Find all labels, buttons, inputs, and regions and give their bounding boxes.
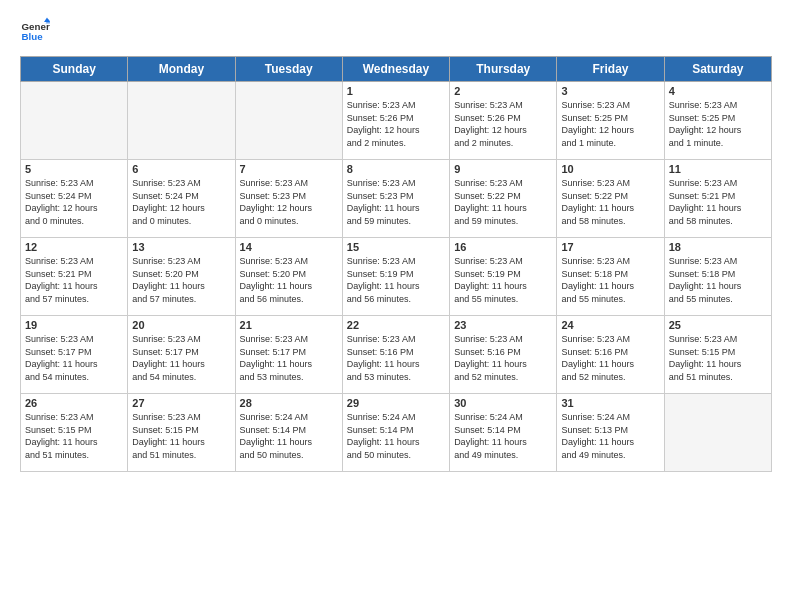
day-info: Sunrise: 5:23 AM Sunset: 5:20 PM Dayligh… bbox=[240, 255, 338, 305]
day-info: Sunrise: 5:23 AM Sunset: 5:22 PM Dayligh… bbox=[561, 177, 659, 227]
day-number: 7 bbox=[240, 163, 338, 175]
weekday-saturday: Saturday bbox=[664, 57, 771, 82]
day-number: 21 bbox=[240, 319, 338, 331]
weekday-wednesday: Wednesday bbox=[342, 57, 449, 82]
calendar-cell: 19Sunrise: 5:23 AM Sunset: 5:17 PM Dayli… bbox=[21, 316, 128, 394]
day-number: 20 bbox=[132, 319, 230, 331]
calendar-cell: 6Sunrise: 5:23 AM Sunset: 5:24 PM Daylig… bbox=[128, 160, 235, 238]
calendar-cell: 24Sunrise: 5:23 AM Sunset: 5:16 PM Dayli… bbox=[557, 316, 664, 394]
day-number: 5 bbox=[25, 163, 123, 175]
calendar-cell: 28Sunrise: 5:24 AM Sunset: 5:14 PM Dayli… bbox=[235, 394, 342, 472]
day-info: Sunrise: 5:23 AM Sunset: 5:19 PM Dayligh… bbox=[347, 255, 445, 305]
calendar-cell: 16Sunrise: 5:23 AM Sunset: 5:19 PM Dayli… bbox=[450, 238, 557, 316]
day-info: Sunrise: 5:23 AM Sunset: 5:26 PM Dayligh… bbox=[454, 99, 552, 149]
calendar-cell: 12Sunrise: 5:23 AM Sunset: 5:21 PM Dayli… bbox=[21, 238, 128, 316]
day-info: Sunrise: 5:24 AM Sunset: 5:14 PM Dayligh… bbox=[347, 411, 445, 461]
page: General Blue SundayMondayTuesdayWednesda… bbox=[0, 0, 792, 612]
day-number: 17 bbox=[561, 241, 659, 253]
day-info: Sunrise: 5:23 AM Sunset: 5:18 PM Dayligh… bbox=[669, 255, 767, 305]
day-number: 4 bbox=[669, 85, 767, 97]
day-info: Sunrise: 5:23 AM Sunset: 5:16 PM Dayligh… bbox=[561, 333, 659, 383]
calendar-cell: 31Sunrise: 5:24 AM Sunset: 5:13 PM Dayli… bbox=[557, 394, 664, 472]
calendar-cell: 7Sunrise: 5:23 AM Sunset: 5:23 PM Daylig… bbox=[235, 160, 342, 238]
day-info: Sunrise: 5:23 AM Sunset: 5:16 PM Dayligh… bbox=[347, 333, 445, 383]
day-info: Sunrise: 5:23 AM Sunset: 5:15 PM Dayligh… bbox=[669, 333, 767, 383]
day-info: Sunrise: 5:23 AM Sunset: 5:22 PM Dayligh… bbox=[454, 177, 552, 227]
week-row-3: 19Sunrise: 5:23 AM Sunset: 5:17 PM Dayli… bbox=[21, 316, 772, 394]
day-number: 14 bbox=[240, 241, 338, 253]
day-info: Sunrise: 5:24 AM Sunset: 5:14 PM Dayligh… bbox=[240, 411, 338, 461]
calendar-cell: 29Sunrise: 5:24 AM Sunset: 5:14 PM Dayli… bbox=[342, 394, 449, 472]
day-number: 18 bbox=[669, 241, 767, 253]
calendar-cell: 23Sunrise: 5:23 AM Sunset: 5:16 PM Dayli… bbox=[450, 316, 557, 394]
day-info: Sunrise: 5:23 AM Sunset: 5:24 PM Dayligh… bbox=[132, 177, 230, 227]
header: General Blue bbox=[20, 16, 772, 46]
weekday-monday: Monday bbox=[128, 57, 235, 82]
day-number: 29 bbox=[347, 397, 445, 409]
calendar-cell: 18Sunrise: 5:23 AM Sunset: 5:18 PM Dayli… bbox=[664, 238, 771, 316]
day-info: Sunrise: 5:23 AM Sunset: 5:23 PM Dayligh… bbox=[347, 177, 445, 227]
logo-icon: General Blue bbox=[20, 16, 50, 46]
day-number: 10 bbox=[561, 163, 659, 175]
week-row-4: 26Sunrise: 5:23 AM Sunset: 5:15 PM Dayli… bbox=[21, 394, 772, 472]
calendar-cell: 14Sunrise: 5:23 AM Sunset: 5:20 PM Dayli… bbox=[235, 238, 342, 316]
day-info: Sunrise: 5:23 AM Sunset: 5:26 PM Dayligh… bbox=[347, 99, 445, 149]
day-number: 16 bbox=[454, 241, 552, 253]
calendar-cell: 2Sunrise: 5:23 AM Sunset: 5:26 PM Daylig… bbox=[450, 82, 557, 160]
calendar-cell: 13Sunrise: 5:23 AM Sunset: 5:20 PM Dayli… bbox=[128, 238, 235, 316]
calendar-cell: 8Sunrise: 5:23 AM Sunset: 5:23 PM Daylig… bbox=[342, 160, 449, 238]
day-number: 28 bbox=[240, 397, 338, 409]
day-number: 6 bbox=[132, 163, 230, 175]
day-number: 9 bbox=[454, 163, 552, 175]
day-number: 1 bbox=[347, 85, 445, 97]
calendar-cell: 17Sunrise: 5:23 AM Sunset: 5:18 PM Dayli… bbox=[557, 238, 664, 316]
calendar-cell: 22Sunrise: 5:23 AM Sunset: 5:16 PM Dayli… bbox=[342, 316, 449, 394]
calendar-cell bbox=[128, 82, 235, 160]
day-info: Sunrise: 5:23 AM Sunset: 5:16 PM Dayligh… bbox=[454, 333, 552, 383]
calendar-cell: 10Sunrise: 5:23 AM Sunset: 5:22 PM Dayli… bbox=[557, 160, 664, 238]
day-info: Sunrise: 5:24 AM Sunset: 5:13 PM Dayligh… bbox=[561, 411, 659, 461]
calendar-cell: 1Sunrise: 5:23 AM Sunset: 5:26 PM Daylig… bbox=[342, 82, 449, 160]
day-info: Sunrise: 5:24 AM Sunset: 5:14 PM Dayligh… bbox=[454, 411, 552, 461]
day-number: 23 bbox=[454, 319, 552, 331]
day-info: Sunrise: 5:23 AM Sunset: 5:17 PM Dayligh… bbox=[132, 333, 230, 383]
calendar-cell: 3Sunrise: 5:23 AM Sunset: 5:25 PM Daylig… bbox=[557, 82, 664, 160]
day-number: 3 bbox=[561, 85, 659, 97]
weekday-header-row: SundayMondayTuesdayWednesdayThursdayFrid… bbox=[21, 57, 772, 82]
calendar: SundayMondayTuesdayWednesdayThursdayFrid… bbox=[20, 56, 772, 472]
calendar-cell: 9Sunrise: 5:23 AM Sunset: 5:22 PM Daylig… bbox=[450, 160, 557, 238]
weekday-thursday: Thursday bbox=[450, 57, 557, 82]
calendar-cell: 27Sunrise: 5:23 AM Sunset: 5:15 PM Dayli… bbox=[128, 394, 235, 472]
calendar-cell: 21Sunrise: 5:23 AM Sunset: 5:17 PM Dayli… bbox=[235, 316, 342, 394]
week-row-1: 5Sunrise: 5:23 AM Sunset: 5:24 PM Daylig… bbox=[21, 160, 772, 238]
day-number: 19 bbox=[25, 319, 123, 331]
calendar-cell: 11Sunrise: 5:23 AM Sunset: 5:21 PM Dayli… bbox=[664, 160, 771, 238]
day-number: 24 bbox=[561, 319, 659, 331]
day-info: Sunrise: 5:23 AM Sunset: 5:24 PM Dayligh… bbox=[25, 177, 123, 227]
day-number: 12 bbox=[25, 241, 123, 253]
svg-text:General: General bbox=[22, 21, 51, 32]
day-number: 30 bbox=[454, 397, 552, 409]
day-info: Sunrise: 5:23 AM Sunset: 5:17 PM Dayligh… bbox=[25, 333, 123, 383]
day-number: 22 bbox=[347, 319, 445, 331]
day-number: 25 bbox=[669, 319, 767, 331]
day-info: Sunrise: 5:23 AM Sunset: 5:23 PM Dayligh… bbox=[240, 177, 338, 227]
day-number: 13 bbox=[132, 241, 230, 253]
day-info: Sunrise: 5:23 AM Sunset: 5:25 PM Dayligh… bbox=[561, 99, 659, 149]
day-number: 27 bbox=[132, 397, 230, 409]
weekday-sunday: Sunday bbox=[21, 57, 128, 82]
week-row-2: 12Sunrise: 5:23 AM Sunset: 5:21 PM Dayli… bbox=[21, 238, 772, 316]
day-number: 15 bbox=[347, 241, 445, 253]
day-info: Sunrise: 5:23 AM Sunset: 5:19 PM Dayligh… bbox=[454, 255, 552, 305]
day-number: 31 bbox=[561, 397, 659, 409]
calendar-cell: 25Sunrise: 5:23 AM Sunset: 5:15 PM Dayli… bbox=[664, 316, 771, 394]
day-info: Sunrise: 5:23 AM Sunset: 5:18 PM Dayligh… bbox=[561, 255, 659, 305]
day-number: 11 bbox=[669, 163, 767, 175]
day-number: 26 bbox=[25, 397, 123, 409]
logo: General Blue bbox=[20, 16, 50, 46]
day-info: Sunrise: 5:23 AM Sunset: 5:17 PM Dayligh… bbox=[240, 333, 338, 383]
calendar-cell bbox=[664, 394, 771, 472]
day-info: Sunrise: 5:23 AM Sunset: 5:15 PM Dayligh… bbox=[132, 411, 230, 461]
calendar-cell bbox=[235, 82, 342, 160]
calendar-cell bbox=[21, 82, 128, 160]
